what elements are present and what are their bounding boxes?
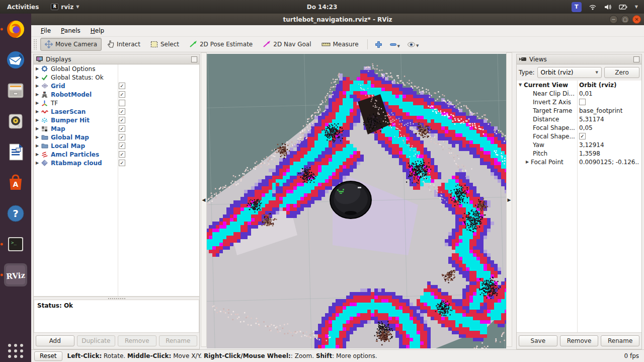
toolbar-drag-handle[interactable] — [33, 39, 37, 50]
expander-icon[interactable]: ▶ — [34, 135, 41, 139]
close-button[interactable]: ✕ — [632, 15, 641, 24]
dock-item-terminal[interactable]: >_ — [4, 233, 27, 256]
robotmodel-checkbox[interactable] — [119, 91, 125, 98]
views-panel-header[interactable]: Views — [517, 54, 641, 64]
tool-measure[interactable]: Measure — [317, 38, 363, 50]
laserscan-checkbox[interactable] — [119, 108, 125, 115]
view-row-distance[interactable]: Distance 5,31174 — [517, 115, 641, 123]
dock-item-thunderbird[interactable] — [4, 48, 27, 71]
dock-item-files[interactable] — [4, 79, 27, 102]
view-row-near-clip[interactable]: Near Clip Di... 0,01 — [517, 89, 641, 98]
views-float-button[interactable] — [633, 56, 639, 62]
displays-panel-header[interactable]: Displays — [34, 54, 199, 64]
clock[interactable]: Do 14:23 — [307, 4, 338, 11]
view-row-pitch[interactable]: Pitch 1,3598 — [517, 149, 641, 158]
expander-icon[interactable]: ▶ — [34, 126, 41, 131]
expander-icon[interactable]: ▶ — [34, 118, 41, 122]
expander-icon[interactable]: ▶ — [34, 109, 41, 114]
menu-panels[interactable]: Panels — [56, 26, 85, 36]
expander-icon[interactable]: ▶ — [34, 84, 41, 88]
display-row-robotmodel[interactable]: ▶ RobotModel — [34, 90, 199, 99]
rename-view-button[interactable]: Rename — [601, 335, 639, 346]
expander-icon[interactable]: ▶ — [524, 160, 531, 164]
focused-app-menu[interactable]: R rviz ▼ — [46, 4, 84, 11]
dock-item-rhythmbox[interactable] — [4, 110, 27, 133]
expander-icon[interactable]: ▶ — [34, 161, 41, 165]
rtabmap-cloud-checkbox[interactable] — [119, 160, 125, 166]
expander-icon[interactable]: ▶ — [34, 75, 41, 80]
remove-tool-button[interactable]: ▼ — [386, 39, 403, 50]
save-view-button[interactable]: Save — [519, 335, 557, 346]
collapse-left-handle[interactable]: ◀ — [201, 52, 207, 347]
tool-2d-nav-goal[interactable]: 2D Nav Goal — [258, 38, 315, 50]
global-map-checkbox[interactable] — [119, 134, 125, 140]
expander-icon[interactable]: ▶ — [34, 92, 41, 97]
display-row-grid[interactable]: ▶ Grid — [34, 82, 199, 90]
displays-tree[interactable]: ▶ Global Options ▶ Global Status: Ok ▶ G… — [34, 64, 199, 297]
dock-item-rviz[interactable]: RViz — [4, 263, 27, 286]
map-checkbox[interactable] — [119, 125, 125, 132]
display-row-local-map[interactable]: ▶ Local Map — [34, 141, 199, 150]
view-row-yaw[interactable]: Yaw 3,12914 — [517, 140, 641, 149]
display-row-tf[interactable]: ▶ TF — [34, 99, 199, 107]
view-row-focal-shape-size[interactable]: Focal Shape... 0,05 — [517, 123, 641, 132]
expander-icon[interactable]: ▼ — [517, 83, 524, 87]
grid-checkbox[interactable] — [119, 83, 125, 89]
display-row-bumper-hit[interactable]: ▶ Bumper Hit — [34, 116, 199, 124]
render-viewport-3d[interactable] — [207, 54, 506, 348]
display-row-global-status[interactable]: ▶ Global Status: Ok — [34, 73, 199, 82]
tool-select[interactable]: Select — [146, 38, 184, 50]
svg-text:>_: >_ — [11, 240, 17, 245]
tf-checkbox[interactable] — [119, 100, 125, 106]
displays-float-button[interactable] — [191, 56, 197, 62]
minimize-button[interactable]: − — [609, 15, 618, 24]
tool-interact[interactable]: Interact — [103, 38, 145, 51]
system-tray[interactable]: T ▼ — [572, 2, 644, 12]
view-row-current-view[interactable]: ▼ Current View Orbit (rviz) — [517, 81, 641, 89]
add-button[interactable]: Add — [36, 335, 74, 346]
title-bar[interactable]: turtlebot_navigation.rviz* - RViz − ▢ ✕ — [31, 14, 644, 25]
menu-file[interactable]: File — [36, 26, 55, 36]
activities-button[interactable]: Activities — [0, 0, 46, 14]
views-tree[interactable]: ▼ Current View Orbit (rviz) Near Clip Di… — [517, 81, 641, 333]
tool-2d-pose-estimate[interactable]: 2D Pose Estimate — [185, 38, 257, 50]
reset-button[interactable]: Reset — [34, 351, 62, 361]
view-row-focal-point[interactable]: ▶ Focal Point 0.0090125; -0.126... — [517, 158, 641, 166]
display-row-map[interactable]: ▶ Map — [34, 124, 199, 133]
nav-goal-arrow-icon — [263, 41, 271, 48]
expander-icon[interactable]: ▶ — [34, 101, 41, 105]
invert-z-checkbox[interactable] — [579, 99, 586, 105]
expander-icon[interactable]: ▶ — [34, 143, 41, 148]
rename-button[interactable]: Rename — [159, 335, 198, 346]
remove-view-button[interactable]: Remove — [560, 335, 599, 346]
dock-item-libreoffice-writer[interactable] — [4, 140, 27, 164]
display-row-rtabmap-cloud[interactable]: ▶ Rtabmap cloud — [34, 159, 199, 167]
duplicate-button[interactable]: Duplicate — [77, 335, 116, 346]
display-row-global-map[interactable]: ▶ Global Map — [34, 133, 199, 141]
view-row-target-frame[interactable]: Target Frame base_footprint — [517, 106, 641, 115]
dock-item-ubuntu-software[interactable]: A — [4, 171, 27, 194]
show-applications-button[interactable] — [8, 344, 24, 358]
expander-icon[interactable]: ▶ — [34, 66, 41, 71]
bumper-hit-checkbox[interactable] — [119, 117, 125, 123]
display-row-global-options[interactable]: ▶ Global Options — [34, 64, 199, 73]
tool-move-camera[interactable]: Move Camera — [40, 38, 102, 51]
focal-shape-fixed-checkbox[interactable] — [579, 133, 586, 139]
remove-button[interactable]: Remove — [118, 335, 156, 346]
zero-button[interactable]: Zero — [604, 67, 639, 78]
view-row-invert-z[interactable]: Invert Z Axis — [517, 98, 641, 106]
dock-item-firefox[interactable] — [4, 18, 27, 41]
display-row-laserscan[interactable]: ▶ LaserScan — [34, 107, 199, 116]
tool-visibility-button[interactable]: ▼ — [404, 39, 422, 50]
add-tool-button[interactable] — [372, 39, 385, 50]
view-type-dropdown[interactable]: Orbit (rviz) ▼ — [537, 67, 602, 78]
maximize-button[interactable]: ▢ — [621, 15, 629, 24]
collapse-right-handle[interactable]: ▶ — [506, 52, 512, 347]
expander-icon[interactable]: ▶ — [34, 152, 41, 157]
dock-item-help[interactable]: ? — [4, 202, 27, 225]
menu-help[interactable]: Help — [86, 26, 109, 36]
amcl-particles-checkbox[interactable] — [119, 151, 125, 158]
view-row-focal-shape-fixed[interactable]: Focal Shape... — [517, 132, 641, 140]
local-map-checkbox[interactable] — [119, 142, 125, 149]
display-row-amcl-particles[interactable]: ▶ Amcl Particles — [34, 150, 199, 159]
